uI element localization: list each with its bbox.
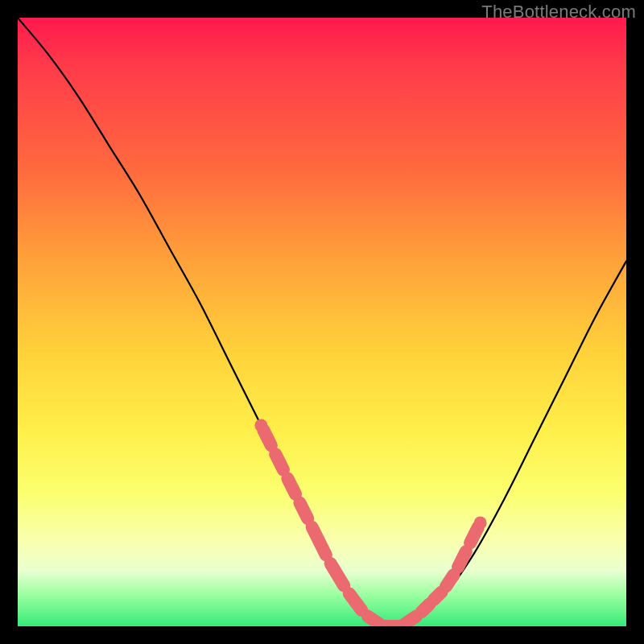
chart-frame: TheBottleneck.com (0, 0, 644, 644)
marker-segment (275, 454, 283, 470)
marker-segment (422, 605, 430, 613)
marker-segment (470, 527, 478, 543)
bottleneck-curve-path (18, 18, 626, 626)
marker-segment (434, 592, 442, 600)
marker-segment (299, 503, 308, 519)
marker-segment (458, 551, 466, 568)
marker-segment (312, 527, 326, 555)
marker-segment (349, 593, 362, 610)
marker-segment (263, 430, 271, 446)
chart-svg (18, 18, 626, 626)
marker-segment (287, 478, 295, 494)
marker-cap (474, 517, 487, 530)
watermark-text: TheBottleneck.com (481, 2, 636, 23)
marker-segment (404, 617, 416, 625)
marker-segment (331, 564, 345, 586)
marker-segment (446, 575, 454, 587)
marker-segment (368, 617, 380, 625)
chart-plot-area (18, 18, 626, 626)
marker-cap (254, 419, 267, 432)
marker-group (254, 419, 486, 627)
